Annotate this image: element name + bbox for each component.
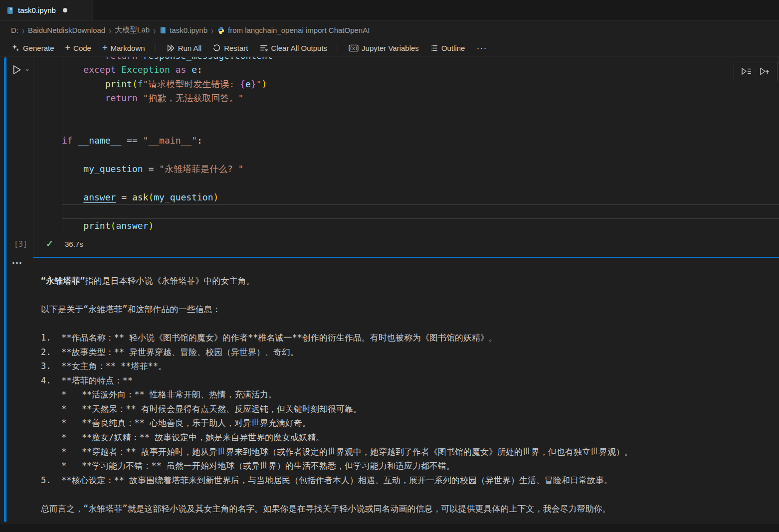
run-all-label: Run All [178,44,202,52]
toolbar-divider [338,43,338,52]
sparkle-icon [11,44,20,52]
code-token: my_question [83,164,143,174]
output-text: * **魔女/妖精：** 故事设定中，她是来自异世界的魔女或妖精。 [41,432,324,442]
chevron-down-icon[interactable]: ⌄ [24,65,30,72]
output-line: 以下是关于“永雏塔菲”和这部作品的一些信息： [41,302,778,317]
code-line: return response_message.content [62,57,779,63]
code-token [62,64,83,75]
breadcrumb-symbol-label: from langchain_openai import ChatOpenAI [228,26,370,34]
output-more-actions-button[interactable]: ··· [12,257,22,268]
code-token: } [251,79,256,89]
output-text: * **活泼外向：** 性格非常开朗、热情，充满活力。 [41,389,277,399]
python-icon [217,26,225,34]
code-token [143,164,149,174]
execute-cell-and-below-icon[interactable] [759,66,770,76]
output-line [41,317,778,331]
code-token: ) [213,192,219,202]
chevron-right-icon: › [22,24,24,35]
execution-count: [3] [14,240,27,249]
breadcrumb-drive[interactable]: D: [11,26,18,34]
modified-dot[interactable] [63,8,67,12]
code-token: ) [261,79,267,89]
code-token: : [197,64,202,75]
code-token [62,57,105,61]
more-actions-button[interactable]: ··· [471,43,492,53]
code-token: ( [148,192,154,202]
clear-outputs-icon [259,43,268,52]
code-token: { [240,79,245,89]
code-token: ( [132,79,138,89]
output-text: * **学习能力不错：** 虽然一开始对地球（或异世界）的生活不熟悉，但学习能力… [41,461,455,471]
restart-icon [212,44,221,52]
code-line: except Exception as e: [62,63,779,77]
outline-button[interactable]: Outline [425,42,470,54]
generate-label: Generate [23,44,54,52]
execute-above-cells-icon[interactable] [741,66,752,76]
code-token [73,135,78,146]
code-token [62,220,83,231]
restart-button[interactable]: Restart [208,42,252,54]
output-line [41,288,778,303]
breadcrumb-symbol[interactable]: from langchain_openai import ChatOpenAI [217,26,370,34]
code-token: ) [148,220,154,231]
tab-task0[interactable]: task0.ipynb [0,0,93,20]
add-markdown-label: Markdown [110,44,145,52]
output-line: “永雏塔菲”指的是日本轻小说《永雏塔菲》中的女主角。 [41,274,778,288]
output-line: 总而言之，“永雏塔菲”就是这部轻小说及其女主角的名字。如果你是在寻找关于轻小说或… [41,502,778,516]
output-text: * **穿越者：** 故事开始时，她从异世界来到地球（或作者设定的世界观中，她穿… [41,447,633,457]
execution-duration: 36.7s [65,240,83,248]
code-token [170,64,176,75]
output-line: 5. **核心设定：** 故事围绕着塔菲来到新世界后，与当地居民（包括作者本人）… [41,473,778,488]
notebook-icon [6,6,14,14]
code-token: print [83,220,110,231]
code-token: "__main__" [143,135,197,146]
code-token: e [192,64,197,75]
run-icon [10,63,23,76]
run-all-button[interactable]: Run All [162,42,206,54]
output-text: 4. **塔菲的特点：** [41,375,133,385]
chevron-right-icon: › [109,24,111,35]
breadcrumb-file-label: task0.ipynb [170,26,207,34]
code-line: print(answer) [62,219,779,233]
code-token: answer [116,220,148,231]
output-line: 1. **作品名称：** 轻小说《图书馆的魔女》的作者**椎名诚一**创作的衍生… [41,331,778,345]
code-cell-editor[interactable]: return response_message.content except E… [33,57,779,258]
run-all-icon [167,44,175,52]
code-token: __name__ [78,135,122,146]
success-check-icon: ✓ [46,238,53,249]
code-token: as [176,64,187,75]
run-cell-button[interactable]: ⌄ [10,63,30,76]
code-line: print(f"请求模型时发生错误: {e}") [62,77,779,91]
code-token [138,93,143,103]
code-token [138,135,143,146]
generate-button[interactable]: Generate [7,42,59,54]
breadcrumb-file[interactable]: task0.ipynb [159,26,207,34]
svg-text:(x): (x) [350,46,358,51]
breadcrumb-folder-2[interactable]: 大模型Lab [115,25,150,35]
clear-all-outputs-button[interactable]: Clear All Outputs [255,41,332,54]
code-line: my_question = "永雏塔菲是什么? " [62,162,779,176]
jupyter-variables-button[interactable]: (x) Jupyter Variables [344,42,423,54]
chevron-right-icon: › [211,24,213,35]
code-token: "请求模型时发生错误: [143,79,240,89]
outline-label: Outline [441,44,465,52]
plus-icon: + [65,43,71,52]
code-token [186,64,192,75]
code-line [62,204,779,218]
add-markdown-cell-button[interactable]: + Markdown [98,41,150,54]
chevron-right-icon: › [153,24,156,35]
code-token: Exception [121,64,170,75]
add-code-cell-button[interactable]: + Code [61,41,96,54]
output-line: * **魔女/妖精：** 故事设定中，她是来自异世界的魔女或妖精。 [41,430,778,445]
code-token: "抱歉，无法获取回答。" [143,93,244,103]
breadcrumb-folder-1[interactable]: BaiduNetdiskDownload [28,26,105,34]
notebook-icon [159,26,167,34]
code-token: f [138,79,143,89]
code-content[interactable]: return response_message.content except E… [62,57,779,233]
code-token: response_message.content [143,57,273,61]
code-token: return [105,57,138,61]
cell-focus-bar [4,57,6,522]
code-token [62,93,105,103]
breadcrumb: D: › BaiduNetdiskDownload › 大模型Lab › tas… [0,21,779,39]
code-token: answer [83,192,116,202]
